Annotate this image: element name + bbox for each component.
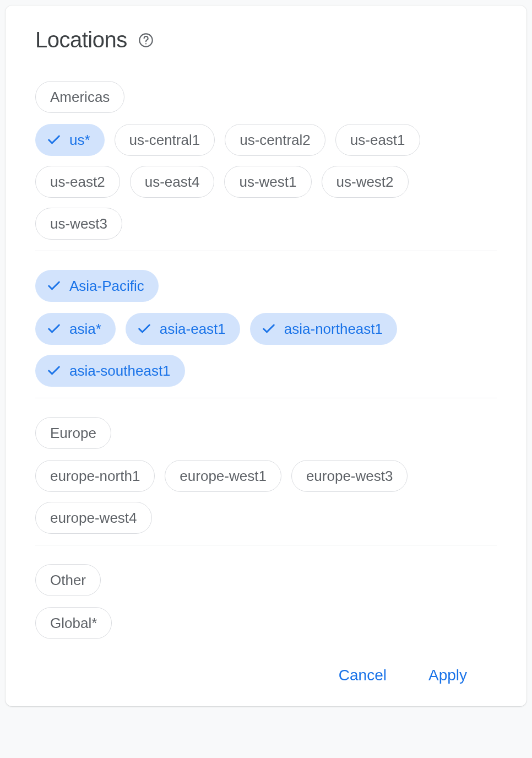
cancel-button[interactable]: Cancel <box>334 664 391 686</box>
region-chip-asia-northeast1-label: asia-northeast1 <box>284 321 383 338</box>
region-group-header-row: Europe <box>35 417 497 449</box>
region-chip-us-central2-label: us-central2 <box>240 132 311 149</box>
region-group-chip-other[interactable]: Other <box>35 564 101 596</box>
check-icon <box>46 363 62 378</box>
locations-dialog: Locations Americasus*us-central1us-centr… <box>6 6 526 706</box>
dialog-header: Locations <box>35 28 497 52</box>
region-chip-europe-west1-label: europe-west1 <box>180 468 267 485</box>
region-group-chip-americas[interactable]: Americas <box>35 81 124 113</box>
region-chip-us-west3-label: us-west3 <box>50 215 107 232</box>
region-chip-us-west1[interactable]: us-west1 <box>224 166 311 198</box>
region-chip-europe-west4-label: europe-west4 <box>50 510 137 527</box>
region-chip-us-west3[interactable]: us-west3 <box>35 208 122 240</box>
region-chip-us-east4[interactable]: us-east4 <box>130 166 215 198</box>
region-group-chip-asia-pacific[interactable]: Asia-Pacific <box>35 270 159 302</box>
check-icon <box>137 321 152 337</box>
region-chip-europe-west3-label: europe-west3 <box>306 468 393 485</box>
region-group-chip-americas-label: Americas <box>50 89 110 106</box>
svg-point-1 <box>145 43 146 44</box>
check-icon <box>46 278 62 294</box>
region-chip-row: us*us-central1us-central2us-east1us-east… <box>35 124 497 240</box>
region-group-chip-other-label: Other <box>50 572 86 589</box>
group-divider <box>35 251 497 251</box>
region-chip-europe-west3[interactable]: europe-west3 <box>291 460 408 492</box>
region-chip-asia-southeast1[interactable]: asia-southeast1 <box>35 355 185 387</box>
region-chip-asia[interactable]: asia* <box>35 313 116 345</box>
group-divider <box>35 398 497 398</box>
group-divider <box>35 545 497 545</box>
region-chip-asia-east1-label: asia-east1 <box>160 321 226 338</box>
region-chip-asia-label: asia* <box>69 321 101 338</box>
region-chip-global-label: Global* <box>50 615 97 632</box>
region-chip-us-central1-label: us-central1 <box>129 132 200 149</box>
region-group-header-row: Americas <box>35 81 497 113</box>
region-group-chip-asia-pacific-label: Asia-Pacific <box>69 278 144 295</box>
region-chip-us-west1-label: us-west1 <box>239 174 296 191</box>
region-chip-row: asia*asia-east1asia-northeast1asia-south… <box>35 313 497 387</box>
region-chip-us-east1-label: us-east1 <box>350 132 405 149</box>
region-chip-row: Global* <box>35 607 497 639</box>
region-chip-europe-north1-label: europe-north1 <box>50 468 140 485</box>
region-group-chip-europe-label: Europe <box>50 425 96 442</box>
region-chip-us[interactable]: us* <box>35 124 105 156</box>
region-chip-europe-west4[interactable]: europe-west4 <box>35 502 152 534</box>
region-chip-asia-southeast1-label: asia-southeast1 <box>69 362 171 380</box>
region-chip-us-east4-label: us-east4 <box>145 174 200 191</box>
region-chip-us-east2[interactable]: us-east2 <box>35 166 120 198</box>
region-chip-us-east1[interactable]: us-east1 <box>335 124 420 156</box>
check-icon <box>46 132 62 148</box>
region-group-chip-europe[interactable]: Europe <box>35 417 111 449</box>
region-chip-asia-northeast1[interactable]: asia-northeast1 <box>250 313 397 345</box>
dialog-title: Locations <box>35 28 127 52</box>
check-icon <box>261 321 276 337</box>
region-group-header-row: Asia-Pacific <box>35 270 497 302</box>
region-chip-us-west2[interactable]: us-west2 <box>322 166 409 198</box>
region-chip-europe-north1[interactable]: europe-north1 <box>35 460 155 492</box>
region-chip-us-west2-label: us-west2 <box>336 174 394 191</box>
region-chip-us-central2[interactable]: us-central2 <box>225 124 325 156</box>
apply-button[interactable]: Apply <box>424 664 471 686</box>
region-chip-europe-west1[interactable]: europe-west1 <box>165 460 281 492</box>
region-chip-us-east2-label: us-east2 <box>50 174 105 191</box>
help-icon[interactable] <box>138 33 154 48</box>
region-chip-global[interactable]: Global* <box>35 607 112 639</box>
check-icon <box>46 321 62 337</box>
dialog-actions: Cancel Apply <box>35 664 497 686</box>
region-group-header-row: Other <box>35 564 497 596</box>
region-chip-us-central1[interactable]: us-central1 <box>115 124 215 156</box>
region-chip-row: europe-north1europe-west1europe-west3eur… <box>35 460 497 534</box>
region-chip-asia-east1[interactable]: asia-east1 <box>126 313 240 345</box>
region-chip-us-label: us* <box>69 132 90 149</box>
